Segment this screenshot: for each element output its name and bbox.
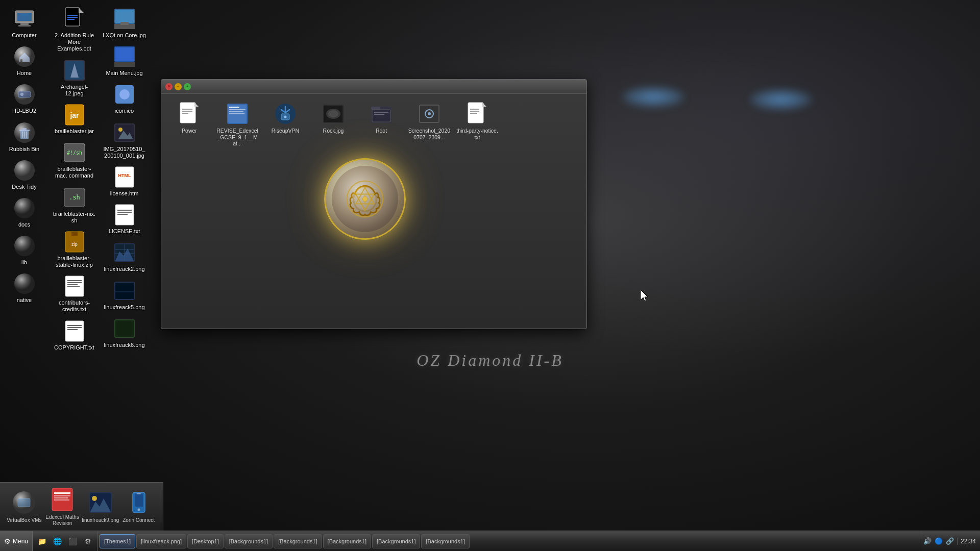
- desktop-icon-linuxfreack2[interactable]: linuxfreack2.png: [100, 238, 149, 276]
- desktop-icon-linuxfreack5[interactable]: linuxfreack5.png: [100, 276, 149, 314]
- oz-diamond-text: OZ Diamond II-B: [416, 351, 564, 370]
- taskbar-window-backgrounds3[interactable]: [Backgrounds1]: [323, 534, 371, 548]
- desktop-icon-icon-ico[interactable]: icon.ico: [100, 80, 149, 117]
- ql-terminal-button[interactable]: ⬛: [65, 534, 80, 548]
- svg-rect-128: [54, 497, 68, 498]
- svg-point-88: [284, 116, 287, 118]
- dialog-file-rock[interactable]: Rock.jpg: [310, 99, 356, 149]
- taskbar-menu-button[interactable]: ⚙ Menu: [0, 531, 33, 551]
- taskbar-window-linuxfreack[interactable]: [linuxfreack.png]: [136, 534, 186, 548]
- svg-rect-46: [115, 10, 134, 23]
- dialog-file-riseupvpn[interactable]: RiseupVPN: [262, 99, 308, 149]
- desktop-icon-brailleblaster-mac[interactable]: #!/sh brailleblaster-mac. command: [50, 138, 99, 182]
- svg-point-101: [428, 112, 431, 115]
- root-icon: [369, 102, 394, 126]
- ico-label: icon.ico: [115, 108, 134, 114]
- dock-item-virtualbox[interactable]: VirtualBox VMs: [5, 490, 43, 523]
- dialog-file-third-party[interactable]: third-party-notice. txt: [454, 99, 500, 149]
- svg-rect-50: [115, 47, 134, 61]
- svg-text:jar: jar: [69, 111, 79, 119]
- eye-glow-right: [750, 89, 812, 110]
- dialog-file-revise-edexcel[interactable]: REVISE_Edexcel_GCSE_9_1__Mat...: [214, 99, 260, 149]
- hd-icon-label: HD-LBU2: [12, 108, 36, 114]
- rock-label: Rock.jpg: [323, 128, 344, 134]
- linuxfreack2-label: linuxfreack2.png: [104, 266, 144, 272]
- desktop-icon-main-menu[interactable]: Main Menu.jpg: [100, 42, 149, 80]
- desktop-icon-desk-tidy[interactable]: Desk Tidy: [0, 156, 48, 193]
- desk-tidy-icon: [13, 159, 36, 182]
- dialog-file-screenshot[interactable]: Screenshot_20200707_2309...: [406, 99, 452, 149]
- svg-rect-39: [67, 284, 78, 285]
- svg-point-133: [92, 496, 97, 501]
- ql-browser-button[interactable]: 🌐: [50, 534, 64, 548]
- desktop-icon-LICENSE-txt[interactable]: LICENSE.txt: [100, 200, 149, 238]
- desktop-icon-addition-rule[interactable]: 2. Addition Rule More Examples.odt: [50, 4, 99, 56]
- svg-text:HTML: HTML: [118, 173, 131, 178]
- svg-rect-42: [67, 325, 82, 326]
- dialog-file-root[interactable]: Root: [358, 99, 404, 149]
- desktop-icon-home[interactable]: Home: [0, 42, 48, 80]
- ql-settings-button[interactable]: ⚙: [81, 534, 95, 548]
- ql-files-button[interactable]: 📁: [35, 534, 49, 548]
- svg-rect-135: [135, 494, 143, 507]
- desktop-icon-copyright[interactable]: COPYRIGHT.txt: [50, 316, 99, 354]
- svg-rect-61: [117, 210, 132, 211]
- desktop-icon-lib[interactable]: lib: [0, 231, 48, 269]
- root-label: Root: [376, 128, 387, 134]
- tray-bluetooth-icon[interactable]: 🔵: [935, 537, 943, 545]
- taskbar-window-backgrounds5[interactable]: [Backgrounds1]: [421, 534, 469, 548]
- desktop-icon-archangel[interactable]: Archangel-12.jpeg: [50, 56, 99, 100]
- lxqt-label: LXQt on Core.jpg: [103, 32, 146, 39]
- tray-volume-icon[interactable]: 🔊: [923, 537, 932, 545]
- close-button[interactable]: ✕: [165, 83, 173, 90]
- minimize-button[interactable]: −: [175, 83, 182, 90]
- svg-rect-127: [54, 495, 70, 496]
- desktop-icon-linuxfreack6[interactable]: linuxfreack6.png: [100, 314, 149, 352]
- dock-item-zorin-connect[interactable]: Zorin Connect: [119, 490, 158, 523]
- taskbar-window-themes[interactable]: [Themes1]: [100, 534, 135, 548]
- dock-item-edexcel[interactable]: Edexcel Maths Revision: [43, 487, 82, 527]
- taskbar-window-backgrounds1[interactable]: [Backgrounds1]: [225, 534, 273, 548]
- desktop-icon-brailleblaster-jar[interactable]: jar brailleblaster.jar: [50, 100, 99, 138]
- desktop-icon-docs[interactable]: docs: [0, 193, 48, 231]
- dialog-file-power[interactable]: Power: [166, 99, 212, 149]
- tray-network-icon[interactable]: 🔗: [946, 537, 954, 545]
- svg-rect-126: [54, 492, 70, 494]
- mouse-cursor: [641, 290, 650, 302]
- svg-point-17: [14, 236, 35, 256]
- main-menu-label: Main Menu.jpg: [106, 70, 142, 77]
- taskbar-window-backgrounds2[interactable]: [Backgrounds1]: [274, 534, 322, 548]
- ico-icon: [113, 83, 136, 106]
- third-party-icon: [465, 102, 489, 126]
- desktop-icon-native[interactable]: native: [0, 269, 48, 307]
- edexcel-label: Edexcel Maths Revision: [43, 514, 82, 527]
- svg-rect-74: [115, 320, 134, 337]
- addition-rule-label: 2. Addition Rule More Examples.odt: [52, 32, 96, 53]
- taskbar-clock[interactable]: 22:34: [957, 538, 976, 545]
- taskbar-window-backgrounds4[interactable]: [Backgrounds1]: [372, 534, 420, 548]
- desktop-icon-brailleblaster-nix[interactable]: .sh brailleblaster-nix. sh: [50, 183, 99, 227]
- desktop-icon-img-20170510[interactable]: IMG_20170510_200100_001.jpg: [100, 118, 149, 162]
- desktop-icon-lxqt[interactable]: LXQt on Core.jpg: [100, 4, 149, 42]
- maximize-button[interactable]: +: [184, 83, 191, 90]
- img20170510-icon: [113, 121, 136, 144]
- desktop-icon-contributors[interactable]: contributors-credits.txt: [50, 271, 99, 316]
- tw-backgrounds1-label: [Backgrounds1]: [229, 538, 268, 544]
- dialog-titlebar: ✕ − +: [161, 80, 586, 94]
- svg-rect-105: [470, 111, 479, 112]
- desk-tidy-label: Desk Tidy: [12, 184, 36, 190]
- desktop-icon-hd-lbu2[interactable]: HD-LBU2: [0, 80, 48, 117]
- taskbar-window-desktop1[interactable]: [Desktop1]: [187, 534, 224, 548]
- copyright-label: COPYRIGHT.txt: [54, 344, 94, 351]
- svg-rect-78: [182, 111, 192, 112]
- desktop-icon-license-htm[interactable]: HTML license.htm: [100, 162, 149, 200]
- desktop-icon-brailleblaster-stable[interactable]: zip brailleblaster-stable-linux.zip: [50, 227, 99, 271]
- linuxfreack2-icon: [113, 241, 136, 264]
- svg-rect-83: [229, 109, 246, 110]
- desktop-icon-rubbish-bin[interactable]: Rubbish Bin: [0, 118, 48, 156]
- dock-item-linuxfreack9[interactable]: linuxfreack9.png: [82, 490, 120, 523]
- desktop-icon-computer[interactable]: Computer: [0, 4, 48, 42]
- rubbish-bin-label: Rubbish Bin: [9, 146, 39, 153]
- linuxfreack6-icon: [113, 317, 136, 340]
- svg-rect-79: [182, 113, 188, 114]
